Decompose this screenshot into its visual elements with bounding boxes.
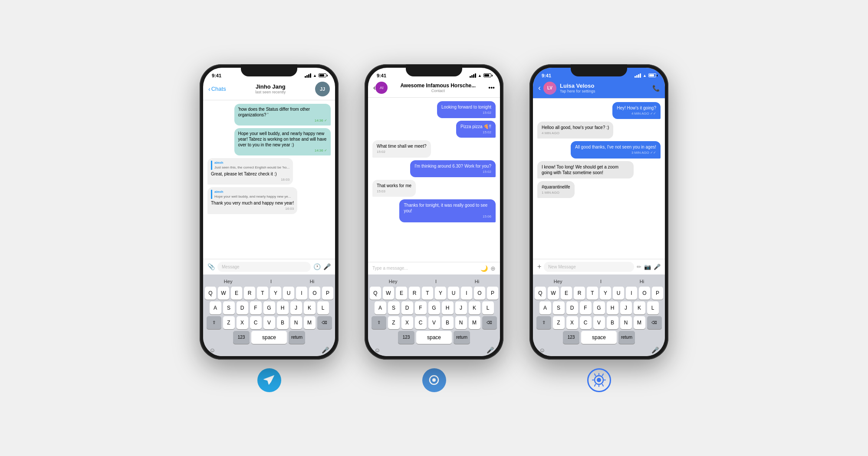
emoji-icon-2[interactable]: ☺ — [374, 347, 380, 354]
return-key-3[interactable]: return — [618, 331, 635, 344]
key-v[interactable]: V — [428, 316, 440, 329]
sticker-icon[interactable]: ✏ — [637, 264, 641, 270]
key-n[interactable]: N — [455, 316, 467, 329]
key-z[interactable]: Z — [223, 316, 235, 329]
key-k[interactable]: K — [469, 301, 480, 314]
message-input-1[interactable]: Message — [217, 262, 311, 272]
numbers-key-3[interactable]: 123 — [563, 331, 579, 344]
key-f[interactable]: F — [580, 301, 592, 314]
camera-icon[interactable]: 📷 — [644, 264, 651, 270]
space-key-2[interactable]: space — [416, 331, 452, 344]
mic-kb-icon[interactable]: 🎤 — [322, 347, 329, 354]
key-l[interactable]: L — [482, 301, 494, 314]
key-y[interactable]: Y — [270, 287, 281, 300]
numbers-key[interactable]: 123 — [233, 331, 250, 344]
key-f[interactable]: F — [250, 301, 262, 314]
key-n[interactable]: N — [620, 316, 632, 329]
suggestion-hi[interactable]: Hi — [310, 279, 314, 284]
key-b[interactable]: B — [607, 316, 618, 329]
plus-icon-3[interactable]: + — [537, 263, 541, 271]
key-q[interactable]: Q — [370, 287, 381, 300]
return-key-2[interactable]: return — [454, 331, 470, 344]
key-c[interactable]: C — [580, 316, 592, 329]
key-h[interactable]: H — [442, 301, 454, 314]
key-o[interactable]: O — [309, 287, 320, 300]
clock-icon[interactable]: 🕐 — [313, 263, 321, 270]
key-b[interactable]: B — [277, 316, 289, 329]
key-v[interactable]: V — [593, 316, 605, 329]
suggestion-hey[interactable]: Hey — [224, 279, 233, 284]
key-a[interactable]: A — [210, 301, 221, 314]
key-e[interactable]: E — [396, 287, 407, 300]
moon-icon[interactable]: 🌙 — [480, 265, 488, 272]
key-b[interactable]: B — [442, 316, 454, 329]
key-l[interactable]: L — [317, 301, 329, 314]
mic-icon[interactable]: 🎤 — [323, 263, 331, 270]
shift-key[interactable]: ⇧ — [207, 316, 221, 329]
key-c[interactable]: C — [250, 316, 262, 329]
suggestion-hey-2[interactable]: Hey — [389, 279, 398, 284]
delete-key-3[interactable]: ⌫ — [647, 316, 662, 329]
mic-kb-icon-2[interactable]: 🎤 — [487, 347, 494, 354]
key-w[interactable]: W — [383, 287, 394, 300]
suggestion-i[interactable]: I — [270, 279, 272, 284]
key-d[interactable]: D — [237, 301, 248, 314]
emoji-icon[interactable]: ☺ — [209, 347, 215, 354]
key-q[interactable]: Q — [535, 287, 546, 300]
key-g[interactable]: G — [263, 301, 275, 314]
message-input-2[interactable]: Type a message... — [372, 266, 478, 271]
key-i[interactable]: I — [626, 287, 637, 300]
shift-key-2[interactable]: ⇧ — [372, 316, 386, 329]
key-o[interactable]: O — [474, 287, 485, 300]
key-y[interactable]: Y — [600, 287, 611, 300]
key-l[interactable]: L — [647, 301, 659, 314]
key-t[interactable]: T — [257, 287, 268, 300]
attachment-icon[interactable]: 📎 — [207, 263, 215, 270]
call-icon[interactable]: 📞 — [652, 85, 660, 92]
key-d[interactable]: D — [401, 301, 413, 314]
back-button-1[interactable]: ‹ Chats — [208, 86, 226, 93]
key-u[interactable]: U — [448, 287, 459, 300]
mic-kb-icon-3[interactable]: 🎤 — [651, 347, 659, 354]
numbers-key-2[interactable]: 123 — [398, 331, 414, 344]
key-s[interactable]: S — [388, 301, 400, 314]
key-x[interactable]: X — [237, 316, 248, 329]
key-m[interactable]: M — [634, 316, 645, 329]
key-t[interactable]: T — [422, 287, 433, 300]
delete-key-2[interactable]: ⌫ — [482, 316, 497, 329]
return-key[interactable]: return — [289, 331, 305, 344]
key-x[interactable]: X — [401, 316, 413, 329]
space-key[interactable]: space — [251, 331, 287, 344]
avatar-3[interactable]: LV — [543, 82, 556, 95]
avatar-1[interactable]: JJ — [315, 82, 330, 96]
key-k[interactable]: K — [304, 301, 316, 314]
key-u[interactable]: U — [613, 287, 624, 300]
suggestion-i-2[interactable]: I — [435, 279, 437, 284]
key-j[interactable]: J — [455, 301, 467, 314]
key-d[interactable]: D — [566, 301, 578, 314]
key-i[interactable]: I — [296, 287, 307, 300]
key-r[interactable]: R — [409, 287, 420, 300]
message-input-3[interactable]: New Message — [544, 262, 634, 272]
key-i[interactable]: I — [461, 287, 472, 300]
key-m[interactable]: M — [304, 316, 316, 329]
key-v[interactable]: V — [263, 316, 275, 329]
plus-icon[interactable]: ⊕ — [490, 265, 496, 272]
key-t[interactable]: T — [587, 287, 598, 300]
key-c[interactable]: C — [415, 316, 427, 329]
key-h[interactable]: H — [277, 301, 289, 314]
key-j[interactable]: J — [620, 301, 632, 314]
key-x[interactable]: X — [566, 316, 578, 329]
key-g[interactable]: G — [428, 301, 440, 314]
key-a[interactable]: A — [375, 301, 386, 314]
key-s[interactable]: S — [553, 301, 565, 314]
key-o[interactable]: O — [639, 287, 650, 300]
key-e[interactable]: E — [231, 287, 242, 300]
suggestion-hey-3[interactable]: Hey — [554, 279, 562, 284]
key-m[interactable]: M — [469, 316, 480, 329]
key-f[interactable]: F — [415, 301, 427, 314]
more-icon[interactable]: ••• — [488, 84, 495, 91]
key-k[interactable]: K — [634, 301, 645, 314]
shift-key-3[interactable]: ⇧ — [536, 316, 551, 329]
key-q[interactable]: Q — [205, 287, 216, 300]
